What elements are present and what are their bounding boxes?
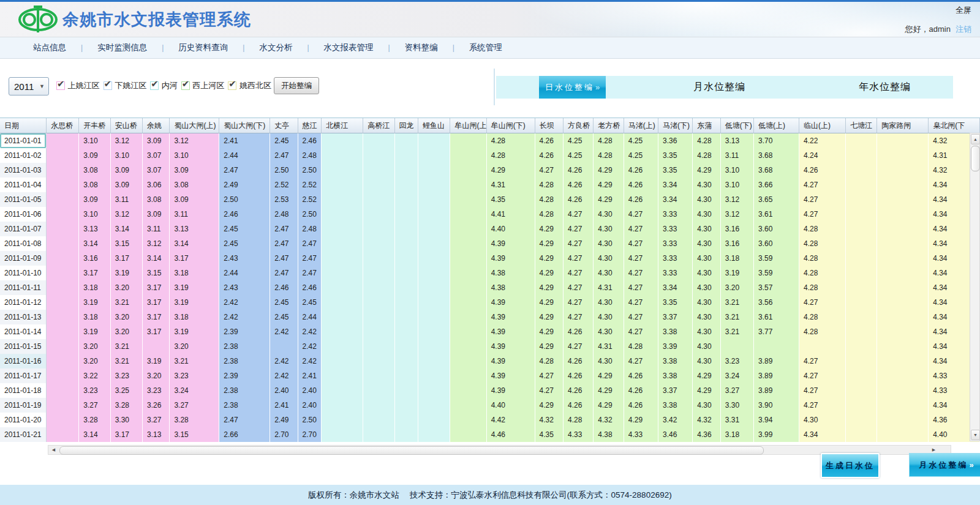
value-cell[interactable]: 4.28 (799, 280, 846, 295)
value-cell[interactable]: 3.23 (143, 383, 170, 398)
value-cell[interactable] (363, 324, 394, 339)
value-cell[interactable]: 2.38 (219, 398, 270, 413)
value-cell[interactable]: 4.26 (564, 398, 594, 413)
date-cell[interactable]: 2011-01-12 (0, 295, 47, 310)
value-cell[interactable] (395, 148, 419, 163)
value-cell[interactable] (363, 354, 394, 368)
value-cell[interactable]: 4.30 (693, 192, 720, 207)
value-cell[interactable]: 3.46 (658, 427, 693, 442)
value-cell[interactable]: 3.89 (754, 368, 799, 383)
value-cell[interactable]: 3.10 (79, 207, 110, 222)
value-cell[interactable]: 4.28 (535, 354, 564, 368)
value-cell[interactable]: 2.47 (219, 413, 270, 427)
value-cell[interactable]: 3.09 (111, 178, 143, 192)
value-cell[interactable]: 2.53 (270, 192, 298, 207)
value-cell[interactable]: 2.45 (270, 295, 298, 310)
value-cell[interactable]: 3.14 (111, 222, 143, 236)
value-cell[interactable] (395, 280, 419, 295)
scroll-down-icon[interactable]: ▼ (971, 430, 980, 440)
value-cell[interactable] (877, 324, 929, 339)
value-cell[interactable]: 4.32 (594, 413, 624, 427)
value-cell[interactable]: 3.15 (170, 427, 219, 442)
value-cell[interactable]: 3.21 (721, 324, 754, 339)
value-cell[interactable] (322, 236, 363, 251)
value-cell[interactable]: 3.66 (754, 178, 799, 192)
value-cell[interactable]: 4.28 (799, 324, 846, 339)
value-cell[interactable]: 2.43 (219, 280, 270, 295)
value-cell[interactable]: 2.47 (270, 236, 298, 251)
value-cell[interactable]: 4.38 (487, 266, 535, 280)
value-cell[interactable] (846, 324, 877, 339)
value-cell[interactable]: 4.27 (564, 236, 594, 251)
value-cell[interactable]: 2.50 (270, 163, 298, 178)
value-cell[interactable]: 2.41 (298, 368, 322, 383)
value-cell[interactable] (450, 354, 486, 368)
value-cell[interactable] (47, 310, 79, 324)
value-cell[interactable]: 4.28 (624, 339, 658, 354)
value-cell[interactable]: 4.27 (799, 354, 846, 368)
value-cell[interactable] (450, 236, 486, 251)
value-cell[interactable] (846, 148, 877, 163)
value-cell[interactable]: 4.39 (487, 324, 535, 339)
value-cell[interactable]: 4.26 (624, 163, 658, 178)
value-cell[interactable]: 3.59 (754, 251, 799, 266)
date-cell[interactable]: 2011-01-04 (0, 178, 47, 192)
value-cell[interactable] (877, 339, 929, 354)
value-cell[interactable]: 3.23 (170, 368, 219, 383)
value-cell[interactable]: 3.89 (754, 383, 799, 398)
value-cell[interactable] (47, 354, 79, 368)
value-cell[interactable] (418, 163, 450, 178)
generate-daily-button[interactable]: 生成日水位 (821, 453, 880, 478)
value-cell[interactable]: 2.42 (270, 354, 298, 368)
value-cell[interactable]: 3.12 (721, 192, 754, 207)
value-cell[interactable]: 3.23 (111, 368, 143, 383)
value-cell[interactable]: 3.36 (658, 133, 693, 148)
value-cell[interactable] (877, 133, 929, 148)
value-cell[interactable]: 3.15 (143, 266, 170, 280)
value-cell[interactable] (450, 266, 486, 280)
value-cell[interactable]: 3.09 (111, 163, 143, 178)
value-cell[interactable] (363, 251, 394, 266)
value-cell[interactable]: 4.27 (624, 295, 658, 310)
value-cell[interactable]: 4.31 (594, 339, 624, 354)
value-cell[interactable]: 4.30 (693, 266, 720, 280)
value-cell[interactable]: 3.30 (721, 398, 754, 413)
value-cell[interactable]: 2.40 (298, 398, 322, 413)
value-cell[interactable]: 3.10 (170, 148, 219, 163)
value-cell[interactable] (395, 324, 419, 339)
value-cell[interactable]: 4.27 (624, 222, 658, 236)
value-cell[interactable] (395, 192, 419, 207)
value-cell[interactable]: 3.38 (658, 354, 693, 368)
value-cell[interactable] (846, 354, 877, 368)
date-cell[interactable]: 2011-01-19 (0, 398, 47, 413)
value-cell[interactable] (418, 192, 450, 207)
value-cell[interactable]: 4.27 (564, 339, 594, 354)
value-cell[interactable]: 4.26 (535, 133, 564, 148)
value-cell[interactable]: 4.27 (535, 368, 564, 383)
value-cell[interactable]: 3.77 (754, 324, 799, 339)
value-cell[interactable]: 4.27 (624, 251, 658, 266)
value-cell[interactable]: 4.31 (594, 280, 624, 295)
value-cell[interactable]: 4.40 (487, 222, 535, 236)
value-cell[interactable]: 3.39 (658, 339, 693, 354)
value-cell[interactable]: 3.20 (111, 280, 143, 295)
value-cell[interactable]: 2.48 (298, 148, 322, 163)
value-cell[interactable]: 3.09 (79, 192, 110, 207)
value-cell[interactable]: 4.26 (624, 398, 658, 413)
value-cell[interactable]: 3.31 (721, 413, 754, 427)
value-cell[interactable] (450, 413, 486, 427)
value-cell[interactable]: 3.23 (721, 354, 754, 368)
value-cell[interactable]: 3.21 (111, 339, 143, 354)
value-cell[interactable] (322, 383, 363, 398)
value-cell[interactable]: 4.27 (624, 324, 658, 339)
value-cell[interactable] (395, 295, 419, 310)
value-cell[interactable]: 3.10 (111, 148, 143, 163)
value-cell[interactable]: 3.26 (143, 398, 170, 413)
value-cell[interactable]: 4.30 (693, 295, 720, 310)
value-cell[interactable]: 3.20 (721, 280, 754, 295)
value-cell[interactable] (877, 354, 929, 368)
value-cell[interactable]: 3.35 (658, 148, 693, 163)
value-cell[interactable] (418, 324, 450, 339)
value-cell[interactable] (450, 280, 486, 295)
year-select[interactable]: 2011 ▼ (9, 77, 49, 95)
